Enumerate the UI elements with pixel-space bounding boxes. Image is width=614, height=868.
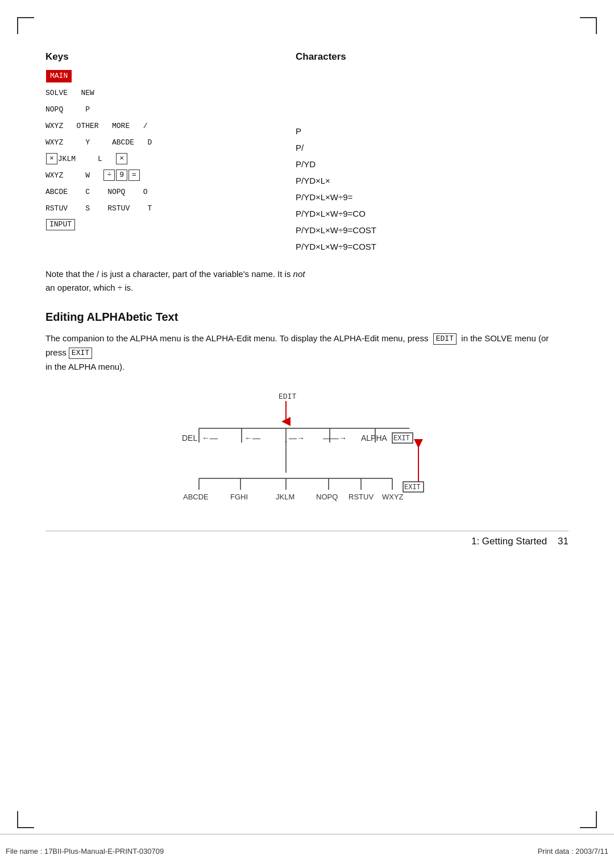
key-row-solve: SOLVE NEW (45, 86, 284, 100)
editing-title: Editing ALPHAbetic Text (45, 311, 569, 324)
multiply-key-2: × (116, 153, 127, 165)
nine-key: 9 (116, 170, 127, 181)
note-italic: not (293, 269, 305, 279)
page-number-line: 1: Getting Started 31 (45, 531, 569, 547)
key-row-jklm: × JKLM L × (45, 152, 284, 166)
jklm-label: JKLM (276, 493, 294, 501)
key-row-rstuv: RSTUV S RSTUV T (45, 201, 284, 215)
char-row-pydlx: P/YD×L× (296, 173, 569, 187)
keys-section: Keys MAIN SOLVE NEW NOPQ P WXYZ OTHER MO… (45, 51, 569, 256)
page-content: Keys MAIN SOLVE NEW NOPQ P WXYZ OTHER MO… (45, 51, 569, 805)
abcde-label: ABCDE (183, 493, 209, 501)
diagram-container: EDIT DEL (45, 388, 569, 519)
exit-label-bottom: EXIT (404, 483, 421, 491)
char-row-pyd: P/YD (296, 157, 569, 171)
char-rows: P P/ P/YD P/YD×L× P/YD×L×W÷9= P/YD×L×W÷9… (296, 69, 569, 256)
char-row-p: P (296, 124, 569, 138)
page-number: 31 (558, 536, 569, 547)
key-row-wxyz3: WXYZ W ÷9= (45, 168, 284, 182)
key-row-input: INPUT (45, 218, 284, 232)
corner-mark-bl (17, 811, 34, 828)
alpha-label: ALPHA (361, 433, 388, 443)
edit-key-inline: EDIT (433, 333, 457, 345)
edit-label: EDIT (279, 392, 296, 401)
corner-mark-br (580, 811, 597, 828)
multiply-key-1: × (46, 153, 57, 165)
double-left-arrow1: ←— (202, 433, 218, 443)
footer: File name : 17BII-Plus-Manual-E-PRINT-03… (0, 834, 614, 868)
key-row-main: MAIN (45, 69, 284, 83)
char-row-pslash: P/ (296, 140, 569, 154)
single-right-arrow: —→ (289, 433, 305, 443)
equals-key: = (128, 170, 140, 181)
exit-label-top: EXIT (393, 435, 410, 443)
diagram: EDIT DEL (148, 388, 466, 519)
keys-header: Keys (45, 51, 284, 63)
exit-key-inline: EXIT (69, 348, 92, 359)
char-row-cost3: P/YD×L×W÷9=COST (296, 223, 569, 237)
single-left-arrow: ←— (244, 433, 260, 443)
key-row-wxyz1: WXYZ OTHER MORE / (45, 119, 284, 133)
diagram-svg: EDIT DEL (148, 388, 466, 519)
key-row-abcde: ABCDE C NOPQ O (45, 185, 284, 199)
chars-header: Characters (296, 51, 569, 63)
chars-column: Characters P P/ P/YD P/YD×L× P/YD×L×W÷9=… (284, 51, 569, 256)
fghi-label: FGHI (230, 493, 248, 501)
footer-print-date: Print data : 2003/7/11 (538, 847, 608, 855)
wxyz-label: WXYZ (382, 493, 404, 501)
keys-column: Keys MAIN SOLVE NEW NOPQ P WXYZ OTHER MO… (45, 51, 284, 256)
key-row-wxyz2: WXYZ Y ABCDE D (45, 135, 284, 149)
note-text: Note that the / is just a character, par… (45, 267, 569, 295)
divide-key: ÷ (103, 170, 115, 181)
chapter-label: 1: Getting Started (471, 536, 547, 547)
input-key: INPUT (46, 219, 75, 231)
key-row-nopq: NOPQ P (45, 102, 284, 116)
rstuv-label: RSTUV (349, 493, 374, 501)
char-row-cost1: P/YD×L×W÷9= (296, 190, 569, 204)
double-right-arrow: ——→ (323, 433, 347, 443)
editing-body: The companion to the ALPHA menu is the A… (45, 332, 569, 374)
char-row-1 (296, 108, 569, 121)
char-row-cost2: P/YD×L×W÷9=CO (296, 206, 569, 220)
char-row-0 (296, 91, 569, 105)
main-key: MAIN (46, 70, 72, 83)
nopq-label: NOPQ (316, 493, 338, 501)
footer-filename: File name : 17BII-Plus-Manual-E-PRINT-03… (6, 847, 164, 855)
corner-mark-tl (17, 17, 34, 34)
editing-section: Editing ALPHAbetic Text The companion to… (45, 311, 569, 374)
corner-mark-tr (580, 17, 597, 34)
del-label: DEL (182, 433, 197, 443)
char-row-cost4: P/YD×L×W÷9=COST (296, 239, 569, 253)
